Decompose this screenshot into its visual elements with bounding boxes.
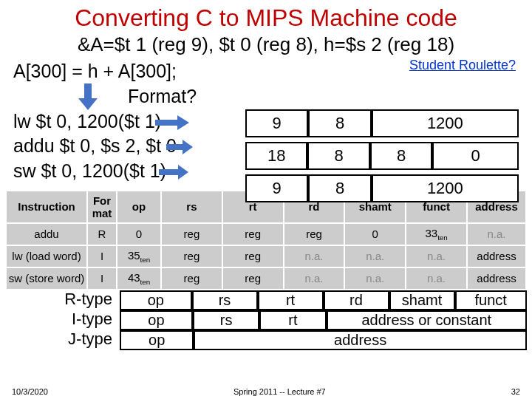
cell-rt: reg <box>222 267 284 290</box>
i-type-row: I-type op rs rt address or constant <box>5 310 527 330</box>
enc-row-addu: 18 8 8 0 <box>245 142 519 170</box>
cell-name: lw (load word) <box>6 245 87 267</box>
svg-rect-4 <box>166 144 183 150</box>
table-row: sw (store word) I 43ten reg reg n.a. n.a… <box>6 267 526 290</box>
footer-center: Spring 2011 -- Lecture #7 <box>233 387 326 396</box>
format-label: Format? <box>128 84 519 109</box>
fmt-cell: rs <box>192 290 258 310</box>
fmt-cell: rd <box>324 290 389 310</box>
arrow-down-icon <box>77 83 99 110</box>
cell-shamt: n.a. <box>344 267 406 290</box>
j-type-row: J-type op address <box>5 330 527 350</box>
cell-fmt: I <box>87 245 117 267</box>
cell-shamt: n.a. <box>344 245 406 267</box>
cell-rs: reg <box>161 245 222 267</box>
type-label: I-type <box>5 310 120 330</box>
cell-addr: n.a. <box>467 223 526 245</box>
fmt-cell: op <box>120 330 194 350</box>
table-row: addu R 0 reg reg reg 0 33ten n.a. <box>6 223 526 245</box>
cell-fmt: I <box>87 267 117 290</box>
cell-name: sw (store word) <box>6 267 87 290</box>
cell-shamt: 0 <box>344 223 406 245</box>
r-type-row: R-type op rs rt rd shamt funct <box>5 290 527 310</box>
footer-date: 10/3/2020 <box>12 387 48 396</box>
cell-fmt: R <box>87 223 117 245</box>
cell-op: 43ten <box>117 267 161 290</box>
cell-rd: n.a. <box>284 267 345 290</box>
arrow-right-icon <box>159 165 188 180</box>
enc-cell: 1200 <box>372 174 519 202</box>
enc-cell: 8 <box>307 142 369 170</box>
arrow-right-icon <box>166 140 193 154</box>
th-op: op <box>117 191 161 223</box>
footer-page: 32 <box>511 387 520 396</box>
type-label: R-type <box>5 290 120 310</box>
svg-rect-6 <box>159 169 178 175</box>
svg-marker-7 <box>178 165 188 180</box>
th-rs: rs <box>161 191 222 223</box>
enc-cell: 18 <box>245 142 307 170</box>
encoding-rows: 9 8 1200 18 8 8 0 9 8 1200 <box>245 109 519 207</box>
fmt-cell: op <box>120 290 192 310</box>
fmt-cell: rt <box>259 310 326 330</box>
enc-row-sw: 9 8 1200 <box>245 174 519 202</box>
slide-title: Converting C to MIPS Machine code <box>0 0 532 32</box>
cell-rd: reg <box>284 223 345 245</box>
fmt-cell: address <box>194 330 527 350</box>
cell-funct: 33ten <box>406 223 467 245</box>
svg-rect-0 <box>84 83 92 98</box>
th-instruction: Instruction <box>6 191 87 223</box>
enc-row-lw: 9 8 1200 <box>245 109 519 137</box>
student-roulette-link[interactable]: Student Roulette? <box>409 58 516 73</box>
cell-op: 35ten <box>117 245 161 267</box>
cell-rs: reg <box>161 267 222 290</box>
svg-marker-5 <box>183 140 193 154</box>
type-label: J-type <box>5 330 120 350</box>
fmt-cell: address or constant <box>327 310 528 330</box>
enc-cell: 8 <box>308 174 371 202</box>
enc-cell: 9 <box>245 174 308 202</box>
enc-cell: 0 <box>432 142 519 170</box>
cell-op: 0 <box>117 223 161 245</box>
fmt-cell: funct <box>455 290 528 310</box>
cell-funct: n.a. <box>406 245 467 267</box>
svg-marker-1 <box>78 98 98 110</box>
enc-cell: 8 <box>370 142 432 170</box>
cell-rt: reg <box>222 223 284 245</box>
cell-addr: address <box>467 267 526 290</box>
cell-rs: reg <box>161 223 222 245</box>
enc-cell: 8 <box>308 109 371 137</box>
fmt-cell: op <box>120 310 193 330</box>
svg-rect-2 <box>155 120 177 126</box>
slide-subtitle: &A=$t 1 (reg 9), $t 0 (reg 8), h=$s 2 (r… <box>0 32 532 56</box>
table-row: lw (load word) I 35ten reg reg n.a. n.a.… <box>6 245 526 267</box>
enc-cell: 9 <box>245 109 308 137</box>
svg-marker-3 <box>177 115 189 130</box>
cell-rd: n.a. <box>284 245 345 267</box>
arrow-right-icon <box>155 115 189 130</box>
footer: 10/3/2020 Spring 2011 -- Lecture #7 32 <box>12 387 520 396</box>
fmt-cell: rs <box>193 310 259 330</box>
cell-addr: address <box>467 245 526 267</box>
main-content: Student Roulette? A[300] = h + A[300]; F… <box>0 56 532 184</box>
fmt-cell: shamt <box>389 290 455 310</box>
cell-rt: reg <box>222 245 284 267</box>
th-format: For mat <box>87 191 117 223</box>
cell-name: addu <box>6 223 87 245</box>
enc-cell: 1200 <box>372 109 519 137</box>
fmt-cell: rt <box>258 290 324 310</box>
cell-funct: n.a. <box>406 267 467 290</box>
